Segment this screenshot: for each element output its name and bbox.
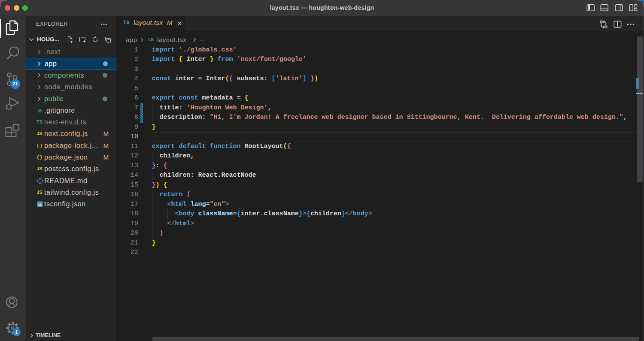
svg-text:ts: ts: [38, 203, 42, 207]
